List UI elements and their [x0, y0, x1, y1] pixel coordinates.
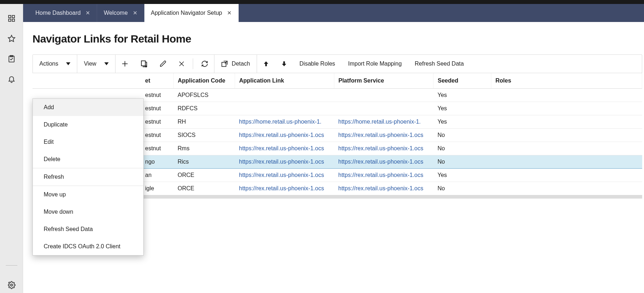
svg-rect-3 [12, 19, 14, 21]
menu-item[interactable]: Move down [33, 203, 143, 221]
tab-label: Welcome [104, 10, 127, 16]
view-label: View [84, 61, 96, 67]
toolbar-separator [193, 58, 193, 69]
cell-applink[interactable]: https://rex.retail.us-phoenix-1.ocs [235, 142, 334, 155]
cell-appcode: RH [173, 115, 235, 129]
th-hidden [32, 73, 141, 89]
import-role-mapping-button[interactable]: Import Role Mapping [341, 55, 408, 73]
move-down-icon[interactable] [275, 55, 293, 73]
cell-roles [491, 169, 642, 182]
cell-appcode: ORCE [173, 169, 235, 182]
cell-applink[interactable]: https://rex.retail.us-phoenix-1.ocs [235, 182, 334, 195]
view-dropdown[interactable]: View [77, 55, 115, 73]
menu-item[interactable]: Edit [33, 133, 143, 151]
refresh-icon[interactable] [195, 55, 214, 73]
cell-seeded: No [433, 142, 491, 155]
cell-seeded: Yes [433, 169, 491, 182]
toolbar: Actions View [32, 54, 642, 73]
cell-seeded: Yes [433, 89, 491, 102]
tab[interactable]: Application Navigator Setup✕ [144, 4, 239, 22]
cell-applink[interactable]: https://home.retail.us-phoenix-1. [235, 115, 334, 129]
cell-applink[interactable]: https://rex.retail.us-phoenix-1.ocs [235, 155, 334, 169]
delete-icon[interactable] [173, 55, 191, 73]
tab[interactable]: Home Dashboard✕ [29, 4, 97, 22]
sidebar-divider [6, 265, 17, 266]
actions-menu: AddDuplicateEditDeleteRefreshMove upMove… [32, 98, 144, 256]
caret-down-icon [104, 62, 109, 66]
menu-item[interactable]: Delete [33, 151, 143, 168]
svg-rect-11 [142, 61, 145, 66]
cell-platform[interactable]: https://home.retail.us-phoenix-1. [334, 115, 433, 129]
th-iconset[interactable]: et [141, 73, 173, 89]
cell-platform [334, 89, 433, 102]
th-seeded[interactable]: Seeded [433, 73, 491, 89]
cell-iconset: ngo [141, 155, 173, 169]
cell-roles [491, 89, 642, 102]
gear-icon[interactable] [7, 281, 16, 289]
menu-item[interactable]: Create IDCS OAuth 2.0 Client [33, 238, 143, 255]
cell-seeded: No [433, 129, 491, 142]
bell-icon[interactable] [7, 75, 16, 83]
svg-marker-4 [8, 35, 14, 41]
cell-appcode: RDFCS [173, 102, 235, 115]
cell-seeded: No [433, 182, 491, 195]
cell-applink[interactable]: https://rex.retail.us-phoenix-1.ocs [235, 129, 334, 142]
refresh-seed-data-button[interactable]: Refresh Seed Data [408, 55, 470, 73]
menu-item[interactable]: Refresh [33, 168, 143, 186]
th-applink[interactable]: Application Link [235, 73, 334, 89]
disable-roles-button[interactable]: Disable Roles [293, 55, 342, 73]
tab[interactable]: Welcome✕ [97, 4, 144, 22]
close-icon[interactable]: ✕ [227, 10, 232, 16]
menu-item[interactable]: Add [33, 99, 143, 116]
cell-platform[interactable]: https://rex.retail.us-phoenix-1.ocs [334, 129, 433, 142]
cell-platform[interactable]: https://rex.retail.us-phoenix-1.ocs [334, 182, 433, 195]
menu-item[interactable]: Move up [33, 186, 143, 203]
left-sidebar [0, 4, 23, 293]
cell-roles [491, 182, 642, 195]
cell-seeded: No [433, 155, 491, 169]
cell-iconset: igle [141, 182, 173, 195]
apps-icon[interactable] [7, 14, 16, 23]
cell-appcode: APOFSLCS [173, 89, 235, 102]
cell-platform[interactable]: https://rex.retail.us-phoenix-1.ocs [334, 155, 433, 169]
cell-iconset: an [141, 169, 173, 182]
cell-iconset: estnut [141, 129, 173, 142]
actions-label: Actions [39, 61, 58, 67]
cell-appcode: Rms [173, 142, 235, 155]
cell-roles [491, 155, 642, 169]
menu-item[interactable]: Refresh Seed Data [33, 221, 143, 238]
detach-label: Detach [232, 61, 250, 67]
th-appcode[interactable]: Application Code [173, 73, 235, 89]
star-icon[interactable] [7, 34, 16, 43]
close-icon[interactable]: ✕ [86, 10, 90, 16]
menu-item[interactable]: Duplicate [33, 116, 143, 133]
detach-button[interactable]: Detach [214, 55, 257, 73]
cell-iconset: estnut [141, 102, 173, 115]
svg-marker-19 [282, 61, 286, 66]
cell-applink[interactable]: https://rex.retail.us-phoenix-1.ocs [235, 169, 334, 182]
svg-rect-2 [8, 19, 10, 21]
svg-rect-1 [12, 15, 14, 18]
clipboard-icon[interactable] [7, 54, 16, 63]
th-roles[interactable]: Roles [491, 73, 642, 89]
tab-bar: Home Dashboard✕Welcome✕Application Navig… [23, 4, 644, 22]
cell-applink [235, 89, 334, 102]
cell-seeded: Yes [433, 115, 491, 129]
cell-roles [491, 102, 642, 115]
th-platform[interactable]: Platform Service [334, 73, 433, 89]
cell-platform[interactable]: https://rex.retail.us-phoenix-1.ocs [334, 142, 433, 155]
edit-icon[interactable] [154, 55, 173, 73]
detach-icon [221, 60, 228, 67]
svg-marker-18 [264, 61, 268, 66]
svg-marker-7 [66, 62, 70, 65]
close-icon[interactable]: ✕ [133, 10, 138, 16]
actions-dropdown[interactable]: Actions [33, 55, 77, 73]
cell-platform[interactable]: https://rex.retail.us-phoenix-1.ocs [334, 169, 433, 182]
cell-appcode: ORCE [173, 182, 235, 195]
svg-point-6 [10, 284, 13, 286]
duplicate-icon[interactable] [134, 55, 154, 73]
tab-label: Application Navigator Setup [151, 10, 222, 16]
add-icon[interactable] [116, 55, 134, 73]
cell-roles [491, 115, 642, 129]
move-up-icon[interactable] [257, 55, 275, 73]
